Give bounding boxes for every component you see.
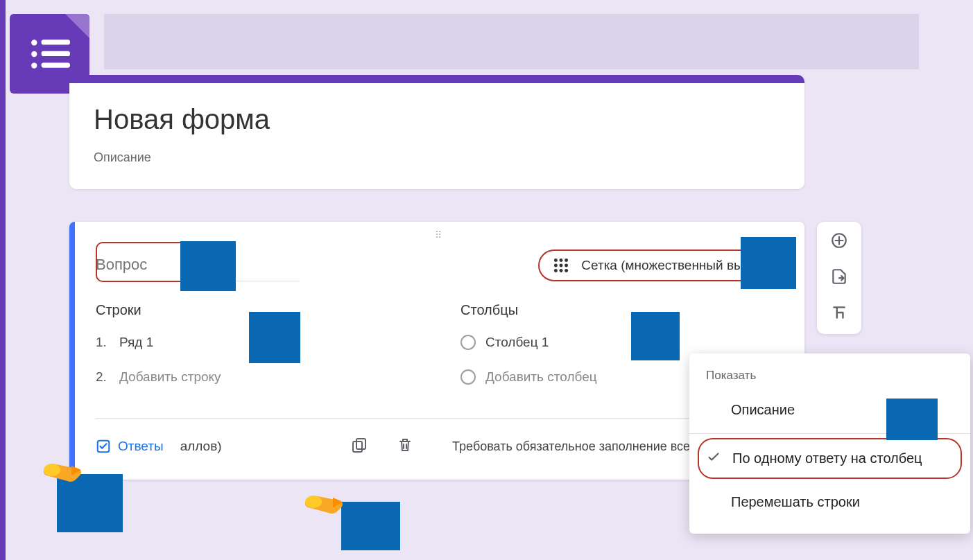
duplicate-button[interactable]: [347, 432, 372, 460]
radio-icon: [460, 335, 476, 350]
grid-icon: [552, 256, 570, 274]
add-row-button[interactable]: 2. Добавить строку: [96, 369, 419, 385]
form-title[interactable]: Новая форма: [94, 104, 780, 135]
text-icon: [830, 304, 848, 322]
menu-item-label: Перемешать строки: [731, 494, 860, 510]
require-label: Требовать обязательное заполнение всех с…: [452, 439, 725, 454]
svg-point-14: [565, 269, 568, 272]
add-question-button[interactable]: [830, 231, 848, 252]
annotation-block: [631, 312, 680, 360]
svg-point-4: [31, 62, 37, 68]
svg-point-2: [31, 51, 37, 56]
svg-point-10: [560, 263, 563, 267]
side-toolbar: [817, 222, 861, 334]
form-description[interactable]: Описание: [94, 150, 780, 165]
svg-rect-1: [41, 40, 69, 44]
add-col-label: Добавить столбец: [485, 369, 597, 385]
add-row-label: Добавить строку: [119, 369, 221, 385]
annotation-block: [341, 502, 400, 550]
trash-icon: [397, 437, 413, 453]
question-footer: Ответы аллов) Требовать обязательное зап…: [96, 418, 784, 460]
import-button[interactable]: [830, 268, 848, 288]
answers-button[interactable]: Ответы: [96, 439, 164, 454]
pointer-hand-icon: [300, 484, 348, 522]
svg-rect-5: [41, 62, 69, 67]
svg-point-19: [44, 464, 60, 476]
svg-point-13: [560, 269, 563, 272]
svg-point-9: [554, 263, 558, 267]
add-title-button[interactable]: [830, 304, 848, 324]
svg-point-11: [565, 263, 568, 267]
logo-fold: [65, 14, 89, 38]
plus-circle-icon: [830, 231, 848, 250]
svg-rect-3: [41, 51, 69, 55]
top-band: [104, 14, 919, 69]
left-stripe: [0, 0, 6, 560]
annotation-block: [249, 312, 300, 363]
list-icon: [28, 37, 71, 71]
svg-point-8: [565, 258, 568, 261]
annotation-block: [886, 399, 938, 440]
svg-point-7: [560, 258, 563, 261]
options-menu: Показать Описание По одному ответу на ст…: [689, 353, 970, 534]
radio-icon: [460, 369, 476, 385]
check-icon: [706, 449, 721, 468]
pointer-hand-icon: [38, 452, 87, 490]
answers-label: Ответы: [118, 439, 164, 454]
annotation-block: [741, 237, 796, 289]
menu-item-one-per-column[interactable]: По одному ответу на столбец: [698, 438, 962, 479]
import-icon: [830, 268, 848, 286]
row-number: 1.: [96, 335, 110, 350]
form-header-card[interactable]: Новая форма Описание: [69, 75, 804, 189]
svg-point-12: [554, 269, 558, 272]
points-text: аллов): [180, 439, 222, 454]
annotation-block: [180, 241, 236, 291]
copy-icon: [351, 437, 368, 453]
menu-header: Показать: [689, 366, 970, 391]
menu-item-label: По одному ответу на столбец: [732, 450, 922, 466]
svg-point-20: [305, 496, 322, 508]
svg-point-0: [31, 40, 37, 45]
menu-item-label: Описание: [731, 402, 795, 418]
menu-item-shuffle[interactable]: Перемешать строки: [689, 483, 970, 521]
svg-rect-17: [353, 441, 362, 452]
row-number: 2.: [96, 369, 110, 385]
svg-point-6: [554, 258, 558, 261]
row-label[interactable]: Ряд 1: [119, 335, 153, 350]
col-label[interactable]: Столбец 1: [485, 335, 549, 350]
col-item[interactable]: Столбец 1: [460, 335, 784, 350]
delete-button[interactable]: [393, 432, 417, 460]
svg-rect-16: [356, 439, 365, 449]
drag-handle-icon[interactable]: ⠿: [96, 229, 784, 240]
cols-title: Столбцы: [460, 302, 784, 318]
check-square-icon: [96, 439, 111, 454]
